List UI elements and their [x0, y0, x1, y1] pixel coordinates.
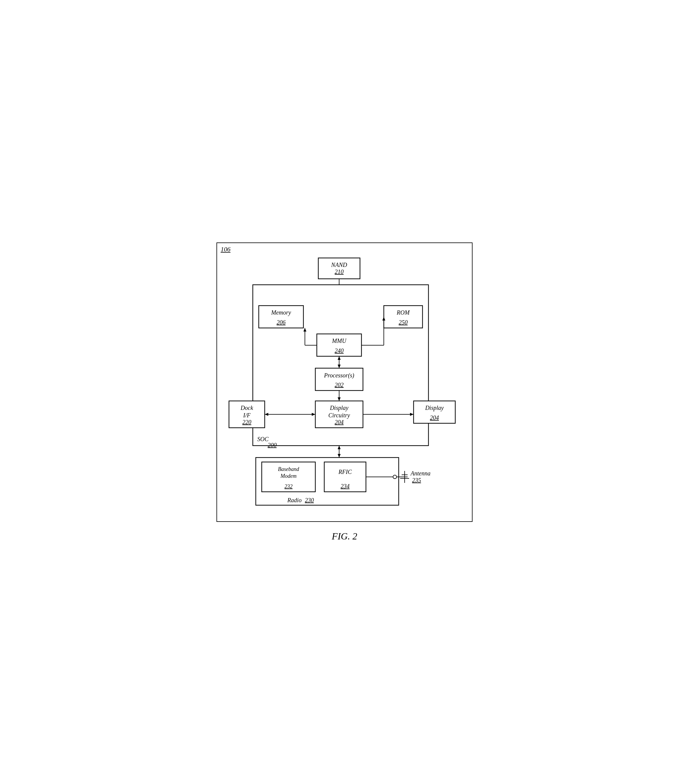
- memory-label: Memory: [271, 309, 291, 316]
- baseband-label-1: Baseband: [278, 466, 299, 472]
- svg-marker-28: [338, 446, 340, 449]
- outer-box: 106 NAND 210 SOC 200 Memory 206 ROM 250: [217, 242, 472, 522]
- fig-label: FIG. 2: [332, 531, 357, 542]
- mmu-number: 240: [335, 348, 344, 354]
- dock-if-label-1: Dock: [240, 405, 253, 411]
- rfic-number: 234: [340, 483, 350, 489]
- display-label: Display: [425, 405, 444, 411]
- radio-number: 230: [305, 497, 314, 503]
- svg-marker-29: [338, 454, 340, 458]
- rom-label: ROM: [396, 309, 410, 316]
- soc-number: 200: [268, 442, 276, 448]
- processor-label: Processor(s): [324, 372, 354, 379]
- soc-label: SOC: [257, 436, 268, 442]
- display-circ-label-1: Display: [330, 405, 349, 411]
- nand-label: NAND: [331, 262, 347, 268]
- antenna-label: Antenna: [410, 470, 431, 477]
- page-wrapper: 106 NAND 210 SOC 200 Memory 206 ROM 250: [210, 242, 479, 542]
- rom-number: 250: [399, 319, 408, 326]
- dock-if-number: 220: [242, 419, 251, 425]
- rfic-label: RFIC: [338, 469, 352, 475]
- display-number: 204: [430, 414, 439, 421]
- memory-number: 206: [276, 319, 286, 326]
- display-circ-number: 204: [335, 419, 344, 425]
- mmu-label: MMU: [332, 338, 347, 344]
- svg-point-34: [393, 475, 396, 479]
- processor-number: 202: [335, 382, 344, 388]
- antenna-number: 235: [412, 477, 421, 483]
- radio-label: Radio: [287, 497, 302, 503]
- baseband-number: 232: [284, 483, 293, 489]
- display-circ-label-2: Circuitry: [329, 412, 350, 419]
- dock-if-label-2: I/F: [243, 412, 251, 418]
- baseband-label-2: Modem: [280, 473, 296, 479]
- diagram-svg: NAND 210 SOC 200 Memory 206 ROM 250 MMU …: [226, 252, 464, 511]
- outer-box-label: 106: [220, 245, 230, 253]
- nand-number: 210: [335, 268, 344, 275]
